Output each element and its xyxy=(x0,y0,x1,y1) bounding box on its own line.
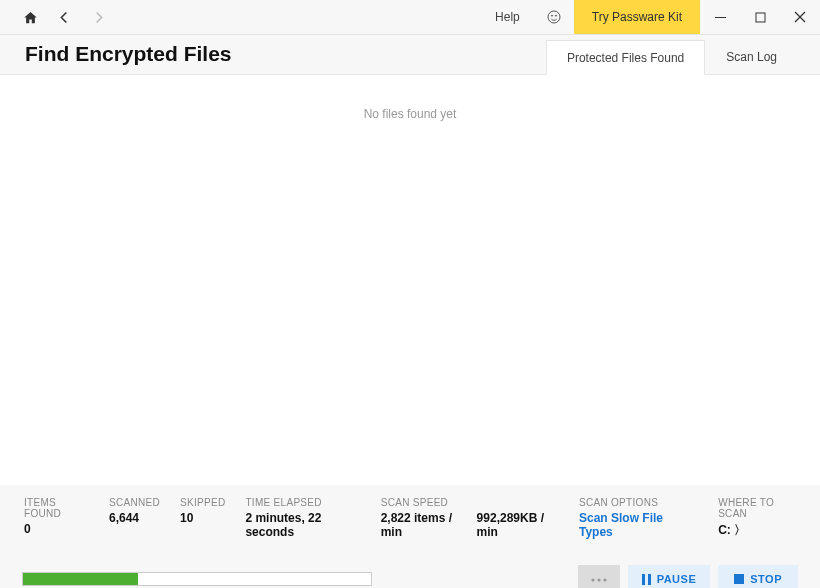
stat-where-to-scan: WHERE TO SCAN C: 〉 xyxy=(718,497,796,539)
svg-point-8 xyxy=(597,578,600,581)
stat-label: SCAN SPEED xyxy=(381,497,559,508)
toolbar-right: Help Try Passware Kit xyxy=(481,0,820,34)
pause-label: PAUSE xyxy=(657,573,697,585)
back-icon[interactable] xyxy=(56,9,72,25)
close-button[interactable] xyxy=(780,0,820,34)
stat-label: SCANNED xyxy=(109,497,160,508)
svg-point-2 xyxy=(555,15,556,16)
stat-label: WHERE TO SCAN xyxy=(718,497,796,519)
stat-value: 0 xyxy=(24,522,89,536)
stat-time-elapsed: TIME ELAPSED 2 minutes, 22 seconds xyxy=(245,497,360,539)
main-content: No files found yet xyxy=(0,75,820,485)
scan-options-link[interactable]: Scan Slow File Types xyxy=(579,511,686,539)
stat-value: 10 xyxy=(180,511,225,525)
bottom-bar: PAUSE STOP xyxy=(0,557,820,588)
stat-label: TIME ELAPSED xyxy=(245,497,360,508)
stat-items-found: ITEMS FOUND 0 xyxy=(24,497,89,539)
svg-point-9 xyxy=(603,578,606,581)
stat-value: 6,644 xyxy=(109,511,160,525)
home-icon[interactable] xyxy=(22,9,38,25)
stop-icon xyxy=(734,574,744,584)
where-to-scan-value[interactable]: C: 〉 xyxy=(718,522,796,539)
minimize-button[interactable] xyxy=(700,0,740,34)
stat-label: SCAN OPTIONS xyxy=(579,497,686,508)
action-buttons: PAUSE STOP xyxy=(578,565,798,588)
stop-button[interactable]: STOP xyxy=(718,565,798,588)
svg-point-0 xyxy=(548,11,560,23)
forward-icon[interactable] xyxy=(90,9,106,25)
stats-row: ITEMS FOUND 0 SCANNED 6,644 SKIPPED 10 T… xyxy=(0,485,820,557)
more-button[interactable] xyxy=(578,565,620,588)
stop-label: STOP xyxy=(750,573,782,585)
top-toolbar: Help Try Passware Kit xyxy=(0,0,820,35)
pause-icon xyxy=(642,574,651,585)
stat-label: ITEMS FOUND xyxy=(24,497,89,519)
tabs: Protected Files Found Scan Log xyxy=(546,35,820,74)
svg-rect-4 xyxy=(756,13,765,22)
stat-value: 2 minutes, 22 seconds xyxy=(245,511,360,539)
stat-label: SKIPPED xyxy=(180,497,225,508)
stat-skipped: SKIPPED 10 xyxy=(180,497,225,539)
stat-scanned: SCANNED 6,644 xyxy=(109,497,160,539)
svg-rect-12 xyxy=(734,574,744,584)
dots-icon xyxy=(590,573,608,585)
tab-protected-files[interactable]: Protected Files Found xyxy=(546,40,705,75)
window-controls xyxy=(700,0,820,34)
progress-fill xyxy=(23,573,138,585)
svg-point-1 xyxy=(551,15,552,16)
progress-bar xyxy=(22,572,372,586)
stats-right: SCAN OPTIONS Scan Slow File Types WHERE … xyxy=(579,497,796,539)
try-passware-button[interactable]: Try Passware Kit xyxy=(574,0,700,34)
empty-message: No files found yet xyxy=(0,75,820,121)
maximize-button[interactable] xyxy=(740,0,780,34)
svg-rect-11 xyxy=(648,574,651,585)
stat-scan-options: SCAN OPTIONS Scan Slow File Types xyxy=(579,497,686,539)
page-title: Find Encrypted Files xyxy=(25,42,232,74)
stat-value-items: 2,822 items / min xyxy=(381,511,467,539)
pause-button[interactable]: PAUSE xyxy=(628,565,711,588)
tab-scan-log[interactable]: Scan Log xyxy=(705,39,798,74)
face-icon[interactable] xyxy=(534,9,574,25)
stat-scan-speed: SCAN SPEED 2,822 items / min 992,289KB /… xyxy=(381,497,559,539)
nav-icons xyxy=(0,9,106,25)
svg-point-7 xyxy=(591,578,594,581)
help-link[interactable]: Help xyxy=(481,10,534,24)
stat-value-kb: 992,289KB / min xyxy=(477,511,559,539)
svg-rect-10 xyxy=(642,574,645,585)
header-row: Find Encrypted Files Protected Files Fou… xyxy=(0,35,820,75)
